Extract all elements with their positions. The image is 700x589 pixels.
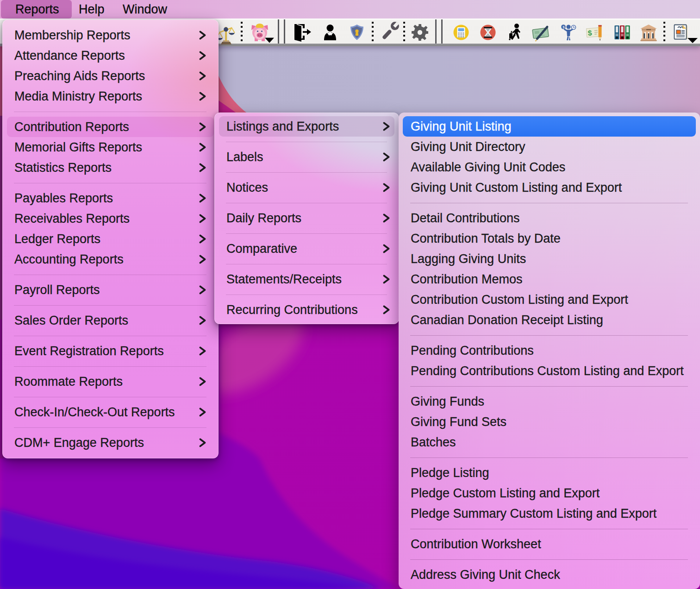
svg-text:$: $	[588, 29, 592, 37]
svg-text:$: $	[562, 25, 565, 29]
